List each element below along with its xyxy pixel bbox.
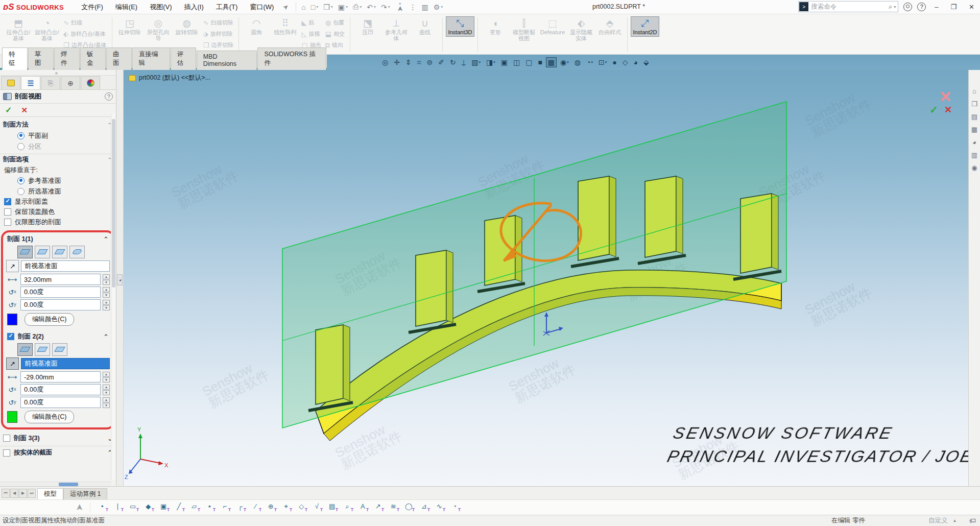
snap-plane-icon[interactable]: ▱T xyxy=(188,501,200,514)
section1-rotx-field[interactable]: 0.00度 xyxy=(20,286,101,298)
section2-roty-field[interactable]: 0.00度 xyxy=(20,397,101,408)
section3-checkbox[interactable] xyxy=(3,435,10,442)
help-icon[interactable]: ? xyxy=(917,3,926,11)
snap-diamond-icon[interactable]: ◇T xyxy=(296,501,307,514)
section2-plane-field[interactable]: 前视基准面 xyxy=(21,358,110,369)
pan-icon[interactable]: ✛ xyxy=(392,57,402,67)
snap-note-icon[interactable]: ▤T xyxy=(326,501,338,514)
check-graphics-only[interactable]: 仅限图形的剖面 xyxy=(0,217,116,227)
section1-offset-field[interactable]: 32.00mm xyxy=(20,274,101,285)
ribbon-button-压凹[interactable]: ⬔压凹 xyxy=(353,16,382,37)
snap-rectangle-icon[interactable]: ▭T xyxy=(127,501,138,514)
ribbon-button-显示隐藏实体[interactable]: ⬖显示隐藏实体 xyxy=(567,16,595,43)
view-settings-icon[interactable]: ⊡▾ xyxy=(596,57,609,67)
ambient-occlusion-icon[interactable]: ◕ xyxy=(632,57,640,67)
snap-magnifier-icon[interactable]: ⌕T xyxy=(342,501,353,514)
apply-scene-icon[interactable]: ◔▾ xyxy=(584,57,595,67)
undo-icon[interactable]: ↶▾ xyxy=(365,2,378,12)
spinner[interactable]: ▲▼ xyxy=(103,300,110,310)
graphics-viewport[interactable]: prt0002 (默认) <<默认>... ✕ ✓ ✕ Senshow新思诺软件… xyxy=(124,70,968,486)
realview-icon[interactable]: ● xyxy=(610,57,618,67)
snap-origin-icon[interactable]: ⊕T xyxy=(265,501,276,514)
reject-icon[interactable]: ✕ xyxy=(944,104,952,115)
snap-leader-icon[interactable]: ↗T xyxy=(372,501,384,514)
display-style-icon[interactable]: ▧▾ xyxy=(469,57,483,67)
tab-configuration-manager[interactable]: ⎘ xyxy=(41,76,60,89)
ribbon-button-旋转凸台-基体[interactable]: ◔旋转凸台/基体 xyxy=(33,16,61,43)
snap-hatch-icon[interactable]: ≋T xyxy=(388,501,399,514)
3d-scene[interactable]: Senshow新思诺软件Senshow新思诺软件Senshow新思诺软件Sens… xyxy=(124,70,968,486)
tab-草图[interactable]: 草图 xyxy=(28,47,54,70)
custom-status[interactable]: 自定义▲ xyxy=(928,516,957,525)
panel-help-icon[interactable]: ? xyxy=(105,92,113,101)
section-view-icon[interactable]: ▩ xyxy=(546,57,557,67)
display-pane-icon[interactable]: ▥ xyxy=(419,2,430,12)
xy-plane-toggle[interactable] xyxy=(17,343,33,356)
xz-plane-toggle[interactable] xyxy=(35,343,50,356)
hidden-lines-icon[interactable]: ◫ xyxy=(511,57,522,67)
normal-to-icon[interactable]: ⍊ xyxy=(460,57,468,68)
home-icon[interactable]: ⌂ xyxy=(299,2,307,12)
tab-feature-manager[interactable] xyxy=(1,76,20,89)
xz-plane-toggle[interactable] xyxy=(35,246,50,258)
ribbon-button-线性阵列[interactable]: ⠿线性阵列 xyxy=(271,16,299,37)
panel-splitter-grip[interactable] xyxy=(0,70,116,76)
plane-selector-icon[interactable]: ↗ xyxy=(6,260,19,272)
menu-item[interactable]: 视图(V) xyxy=(145,1,177,13)
collapse-panel-icon[interactable]: ◂ xyxy=(117,274,123,285)
edit-color-button[interactable]: 编辑颜色(C) xyxy=(25,313,74,326)
save-icon[interactable]: ▣▾ xyxy=(336,2,350,12)
dropdown-caret-icon[interactable]: ▾ xyxy=(397,3,402,5)
hide-show-items-icon[interactable]: ◉▾ xyxy=(558,57,571,67)
zoom-to-fit-icon[interactable]: ◎ xyxy=(380,57,390,67)
section1-header[interactable]: 剖面 1(1) ⌃ xyxy=(4,233,112,245)
perspective-icon[interactable]: ⬙ xyxy=(641,57,651,67)
by-body-checkbox[interactable] xyxy=(3,449,10,457)
shaded-icon[interactable]: ■ xyxy=(536,57,544,67)
snap-freeform-icon[interactable]: ◆T xyxy=(142,501,154,514)
radio-icon[interactable] xyxy=(17,132,25,139)
menu-item[interactable]: 插入(I) xyxy=(179,1,209,13)
dropdown-caret-icon[interactable]: ▾ xyxy=(605,60,607,64)
tab-评估[interactable]: 评估 xyxy=(171,47,196,70)
ribbon-small-button[interactable]: ⬗放样切除 xyxy=(201,29,236,39)
dropdown-caret-icon[interactable]: ▾ xyxy=(479,60,481,64)
edit-color-button[interactable]: 编辑颜色(C) xyxy=(25,411,74,423)
dropdown-caret-icon[interactable]: ▾ xyxy=(374,5,376,9)
radio-reference-plane[interactable]: 参考基准面 xyxy=(0,175,116,186)
breadcrumb[interactable]: prt0002 (默认) <<默认>... xyxy=(129,74,210,82)
snap-slash-icon[interactable]: ∕T xyxy=(250,501,261,514)
panel-vertical-scrollbar[interactable] xyxy=(111,114,115,480)
cancel-button[interactable]: ✕ xyxy=(21,106,28,115)
spinner[interactable]: ▲▼ xyxy=(103,274,110,285)
ribbon-button-自由样式[interactable]: ⬘自由样式 xyxy=(595,16,624,37)
snap-datum-icon[interactable]: ⊿T xyxy=(418,501,429,514)
appearances-scenes-icon[interactable]: ◕ xyxy=(972,138,976,146)
dropdown-caret-icon[interactable]: ▾ xyxy=(567,60,569,64)
chevron-up-icon[interactable]: ⌃ xyxy=(103,333,109,341)
solidworks-resources-icon[interactable]: ⌂ xyxy=(972,87,976,95)
design-library-icon[interactable]: ❒ xyxy=(971,100,977,108)
section2-header[interactable]: 剖面 2(2) ⌃ xyxy=(4,331,112,342)
section1-color-swatch[interactable] xyxy=(7,314,17,325)
snap-balloon-icon[interactable]: ◯T xyxy=(403,501,414,514)
yz-plane-toggle[interactable] xyxy=(52,246,67,258)
exit-section-icon[interactable]: ✕ xyxy=(929,90,952,104)
tab-property-manager[interactable]: ☰ xyxy=(21,76,40,89)
snap-polyline-icon[interactable]: ┌T xyxy=(234,501,246,514)
menu-item[interactable]: 工具(T) xyxy=(211,1,243,13)
spinner[interactable]: ▲▼ xyxy=(103,372,110,382)
ribbon-small-button[interactable]: ◍包覆 xyxy=(323,17,347,28)
checkbox-icon[interactable] xyxy=(4,198,11,205)
snap-line-icon[interactable]: ∣T xyxy=(112,501,123,514)
section2-color-swatch[interactable] xyxy=(7,411,17,423)
ribbon-small-button[interactable]: ⬖放样凸台/基体 xyxy=(61,29,109,39)
search-box[interactable]: > 搜索命令 ⌕ ▾ xyxy=(798,1,898,12)
ribbon-button-曲线[interactable]: ∪曲线 xyxy=(411,16,439,37)
print-icon[interactable]: ⎙▾ xyxy=(351,2,364,12)
panel-splitter[interactable]: ◂ xyxy=(116,70,124,486)
check-show-section-cap[interactable]: 显示剖面盖 xyxy=(0,197,116,207)
ribbon-button-参考几何体[interactable]: ⟂参考几何体 xyxy=(382,16,411,43)
ribbon-button-拉伸切除[interactable]: ◳拉伸切除 xyxy=(115,16,144,37)
ribbon-small-button[interactable]: ∿扫描切除 xyxy=(201,17,236,28)
